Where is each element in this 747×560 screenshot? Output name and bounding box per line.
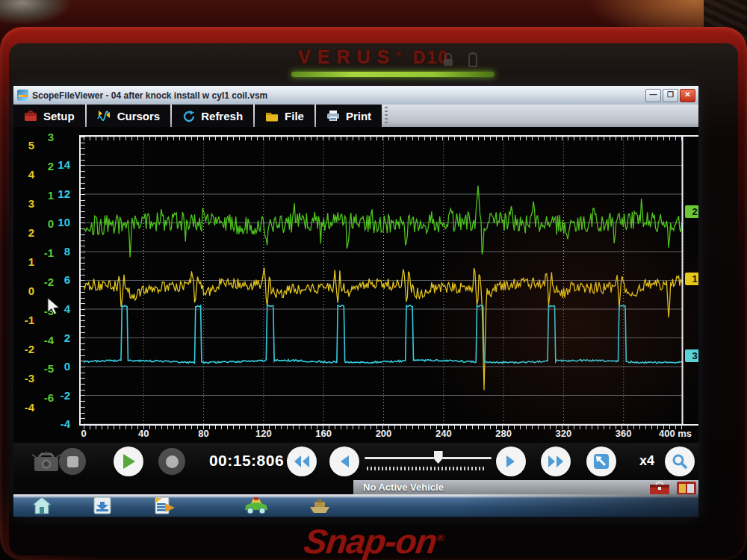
toolbar: Setup Cursors Refresh File <box>13 105 698 127</box>
lock-icon <box>442 52 454 67</box>
y-tick-label-ch3: -2 <box>51 389 70 402</box>
verus-brand-logo: VERUS® D10 <box>0 46 747 68</box>
y-tick-label-ch3: 0 <box>51 360 70 373</box>
stop-button[interactable] <box>59 448 86 475</box>
battery-icon <box>468 52 477 67</box>
scope-file-viewer-app-icon <box>17 90 28 101</box>
waveform-plot <box>84 137 684 424</box>
play-button[interactable] <box>114 447 143 476</box>
x-tick-label: 200 <box>362 428 406 439</box>
fast-forward-icon <box>547 454 565 469</box>
play-icon <box>121 453 136 470</box>
x-tick-label: 120 <box>241 428 286 439</box>
x-tick-label: 40 <box>121 428 166 439</box>
file-button[interactable]: File <box>255 105 314 127</box>
y-tick-label-ch1: -1 <box>15 314 34 326</box>
y-tick-label-ch1: 3 <box>15 197 34 210</box>
snapon-logo: Snap-on® <box>0 521 747 560</box>
setup-button[interactable]: Setup <box>13 105 85 127</box>
x-tick-label: 320 <box>541 428 586 439</box>
refresh-icon <box>182 110 195 122</box>
y-tick-label-ch3: 8 <box>51 245 70 258</box>
step-forward-button[interactable] <box>496 447 526 476</box>
mouse-cursor <box>46 297 61 317</box>
print-button[interactable]: Print <box>316 105 382 127</box>
folder-icon <box>265 111 279 122</box>
camera-icon[interactable] <box>30 450 63 473</box>
y-tick-label-ch1: 0 <box>15 284 34 297</box>
y-tick-label-ch3: 2 <box>51 332 70 344</box>
y-tick-label-ch3: 6 <box>51 273 70 286</box>
y-tick-label-ch1: 4 <box>15 168 34 181</box>
step-back-icon <box>338 454 350 469</box>
position-slider-thumb[interactable] <box>434 451 443 464</box>
channel-1-trace <box>84 268 683 391</box>
x-tick-label: 160 <box>301 428 346 439</box>
y-tick-label-ch1: -4 <box>15 401 34 414</box>
cursors-button[interactable]: Cursors <box>87 105 171 127</box>
taskbar <box>13 494 698 517</box>
x-tick-label: 280 <box>481 428 526 439</box>
y-tick-label-ch1: 5 <box>15 139 34 152</box>
channel-3-trace <box>84 305 683 364</box>
step-back-button[interactable] <box>329 447 359 476</box>
channel-marker-2[interactable]: 2 <box>685 205 698 218</box>
scope-plot-area: 543210-1-2-3-43210-1-2-3-4-5-61412108642… <box>13 127 698 443</box>
y-tick-label-ch1: 1 <box>15 255 34 268</box>
y-tick-label-ch2: 3 <box>34 131 54 143</box>
y-tick-label-ch3: 10 <box>51 216 70 228</box>
y-tick-label-ch1: -3 <box>15 372 34 385</box>
boat-icon[interactable] <box>309 497 331 514</box>
x-tick-label: 80 <box>182 428 226 439</box>
playback-time: 00:15:806 <box>205 452 288 470</box>
record-button[interactable] <box>158 448 185 475</box>
zoom-button[interactable] <box>665 447 695 476</box>
channel-marker-1[interactable]: 1 <box>685 273 698 285</box>
zoom-factor-label: x4 <box>630 453 663 469</box>
magnifier-icon <box>672 453 688 470</box>
toolbox-icon <box>24 110 37 122</box>
refresh-button[interactable]: Refresh <box>172 105 253 127</box>
maximize-button[interactable]: ❐ <box>663 89 678 102</box>
rewind-button[interactable] <box>287 447 317 476</box>
vehicle-status-text: No Active Vehicle <box>363 482 512 493</box>
cursors-icon <box>97 110 111 122</box>
window-titlebar[interactable]: ScopeFileViewer - 04 after knock install… <box>13 86 698 105</box>
data-manager-icon[interactable] <box>93 497 112 514</box>
scanner-list-icon[interactable] <box>155 497 176 514</box>
record-icon <box>166 455 179 468</box>
touchscreen-display: ScopeFileViewer - 04 after knock install… <box>13 86 698 517</box>
position-slider-track[interactable] <box>365 457 492 459</box>
channel-2-trace <box>84 186 683 258</box>
window-title: ScopeFileViewer - 04 after knock install… <box>32 90 267 101</box>
y-tick-label-ch3: 14 <box>51 158 70 171</box>
resize-view-button[interactable] <box>586 447 616 476</box>
x-tick-label: 360 <box>601 428 646 439</box>
y-tick-label-ch1: 2 <box>15 226 34 239</box>
power-led-bar <box>291 72 495 77</box>
playback-control-bar: 00:15:806 x4 <box>13 443 698 480</box>
x-tick-label: 240 <box>421 428 466 439</box>
minimize-button[interactable]: — <box>645 89 661 102</box>
home-icon[interactable] <box>32 497 52 514</box>
resize-icon <box>593 453 610 470</box>
vehicle-icon[interactable] <box>244 497 269 514</box>
position-slider-ticks <box>367 467 486 470</box>
fast-forward-button[interactable] <box>541 447 571 476</box>
printer-icon <box>326 110 340 122</box>
toolbar-divider <box>385 107 388 125</box>
x-tick-label: 0 <box>61 428 106 439</box>
stop-icon <box>67 456 78 467</box>
status-row: No Active Vehicle <box>13 480 698 494</box>
vehicle-status-panel: No Active Vehicle <box>353 480 698 494</box>
x-tick-label: 400 ms <box>653 428 698 439</box>
rewind-icon <box>293 454 311 469</box>
channel-marker-3[interactable]: 3 <box>685 349 698 362</box>
step-forward-icon <box>505 454 517 469</box>
y-tick-label-ch3: 12 <box>51 187 70 200</box>
y-tick-label-ch1: -2 <box>15 343 34 355</box>
close-button[interactable]: ✕ <box>680 89 695 102</box>
